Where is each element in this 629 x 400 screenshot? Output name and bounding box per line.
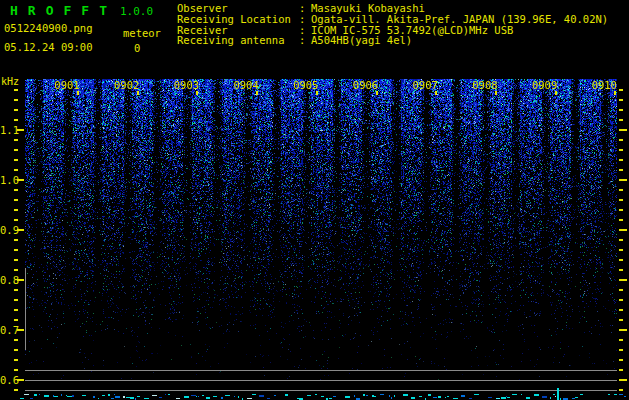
meteor-count-label: meteor — [123, 27, 161, 39]
y-axis-tick-label: 0.9 — [0, 225, 17, 235]
signal-level-strip — [20, 386, 627, 400]
y-axis-minor-tick-right — [619, 359, 623, 361]
x-axis-minute-tick — [495, 91, 497, 95]
y-axis-minor-tick-left — [14, 109, 18, 111]
y-axis-major-tick-left — [17, 229, 24, 231]
y-axis-minor-tick-right — [619, 299, 623, 301]
y-axis-minor-tick-right — [619, 99, 623, 101]
x-axis-time-label: 0909 — [530, 79, 560, 91]
y-axis-minor-tick-left — [14, 219, 18, 221]
observation-datetime: 05.12.24 09:00 — [4, 41, 93, 53]
info-row: Receiving antenna:A504HB(yagi 4el) — [177, 35, 608, 46]
x-axis-time-label: 0905 — [291, 79, 321, 91]
y-axis-unit-label: kHz — [1, 76, 19, 87]
y-axis-minor-tick-left — [14, 189, 18, 191]
y-axis-minor-tick-right — [619, 369, 623, 371]
output-filename: 0512240900.png — [4, 22, 93, 34]
y-axis-minor-tick-right — [619, 149, 623, 151]
y-axis-minor-tick-left — [14, 389, 18, 391]
info-separator: : — [299, 14, 311, 25]
y-axis-major-tick-left — [17, 279, 24, 281]
x-axis-minute-tick — [614, 91, 616, 95]
y-axis-minor-tick-right — [619, 309, 623, 311]
y-axis-minor-tick-left — [14, 139, 18, 141]
reference-line — [25, 380, 617, 381]
y-axis-minor-tick-right — [619, 109, 623, 111]
y-axis-major-tick-left — [17, 129, 24, 131]
app-title: HROFFT — [10, 3, 117, 18]
x-axis-time-label: 0907 — [410, 79, 440, 91]
info-value: Ogata-vill. Akita-Pref. JAPAN (139.96E, … — [311, 14, 608, 25]
y-axis-minor-tick-left — [14, 349, 18, 351]
reference-line — [25, 370, 617, 371]
left-axis-line — [25, 268, 26, 350]
y-axis-minor-tick-right — [619, 139, 623, 141]
y-axis-tick-label: 0.6 — [0, 375, 17, 385]
y-axis-minor-tick-left — [14, 99, 18, 101]
x-axis-time-label: 0901 — [52, 79, 82, 91]
x-axis-time-label: 0903 — [171, 79, 201, 91]
y-axis-minor-tick-left — [14, 169, 18, 171]
y-axis-minor-tick-left — [14, 259, 18, 261]
y-axis-minor-tick-right — [619, 189, 623, 191]
y-axis-minor-tick-right — [619, 269, 623, 271]
y-axis-minor-tick-right — [619, 159, 623, 161]
y-axis-minor-tick-right — [619, 169, 623, 171]
y-axis-minor-tick-right — [619, 199, 623, 201]
y-axis-minor-tick-left — [14, 309, 18, 311]
y-axis-major-tick-left — [17, 329, 24, 331]
y-axis-minor-tick-left — [14, 269, 18, 271]
x-axis-minute-tick — [137, 91, 139, 95]
y-axis-major-tick-right — [619, 379, 627, 381]
y-axis-minor-tick-right — [619, 249, 623, 251]
app-version: 1.0.0 — [120, 5, 153, 18]
x-axis-minute-tick — [77, 91, 79, 95]
y-axis-minor-tick-left — [14, 249, 18, 251]
spectrogram-canvas — [25, 79, 617, 380]
y-axis-minor-tick-right — [619, 339, 623, 341]
y-axis-major-tick-right — [619, 129, 627, 131]
info-row: Receiving Location:Ogata-vill. Akita-Pre… — [177, 14, 608, 25]
observer-info-table: Observer:Masayuki KobayashiReceiving Loc… — [177, 3, 608, 46]
x-axis-minute-tick — [196, 91, 198, 95]
y-axis-minor-tick-right — [619, 209, 623, 211]
info-label: Receiving antenna — [177, 35, 299, 46]
y-axis-major-tick-left — [17, 379, 24, 381]
y-axis-major-tick-right — [619, 179, 627, 181]
hrofft-output-image: { "header": { "app_title": "HROFFT", "ve… — [0, 0, 629, 400]
y-axis-minor-tick-right — [619, 289, 623, 291]
y-axis-major-tick-left — [17, 179, 24, 181]
y-axis-minor-tick-left — [14, 239, 18, 241]
y-axis-minor-tick-right — [619, 349, 623, 351]
info-value: A504HB(yagi 4el) — [311, 35, 608, 46]
x-axis-minute-tick — [376, 91, 378, 95]
y-axis-tick-label: 0.8 — [0, 275, 17, 285]
x-axis-minute-tick — [316, 91, 318, 95]
y-axis-minor-tick-left — [14, 339, 18, 341]
y-axis-tick-label: 0.7 — [0, 325, 17, 335]
x-axis-time-label: 0904 — [231, 79, 261, 91]
y-axis-minor-tick-right — [619, 239, 623, 241]
y-axis-minor-tick-left — [14, 289, 18, 291]
y-axis-minor-tick-left — [14, 299, 18, 301]
y-axis-minor-tick-right — [619, 89, 623, 91]
x-axis-time-label: 0902 — [112, 79, 142, 91]
y-axis-minor-tick-right — [619, 119, 623, 121]
y-axis-minor-tick-left — [14, 89, 18, 91]
info-separator: : — [299, 35, 311, 46]
y-axis-minor-tick-left — [14, 159, 18, 161]
y-axis-major-tick-right — [619, 279, 627, 281]
x-axis-minute-tick — [435, 91, 437, 95]
y-axis-minor-tick-left — [14, 319, 18, 321]
y-axis-minor-tick-left — [14, 209, 18, 211]
meteor-count-value: 0 — [134, 42, 140, 54]
y-axis-tick-label: 1.1 — [0, 125, 17, 135]
y-axis-minor-tick-right — [619, 259, 623, 261]
x-axis-minute-tick — [256, 91, 258, 95]
x-axis-time-label: 0908 — [470, 79, 500, 91]
y-axis-minor-tick-left — [14, 149, 18, 151]
y-axis-major-tick-right — [619, 329, 627, 331]
x-axis-minute-tick — [555, 91, 557, 95]
y-axis-minor-tick-left — [14, 369, 18, 371]
y-axis-tick-label: 1.0 — [0, 175, 17, 185]
